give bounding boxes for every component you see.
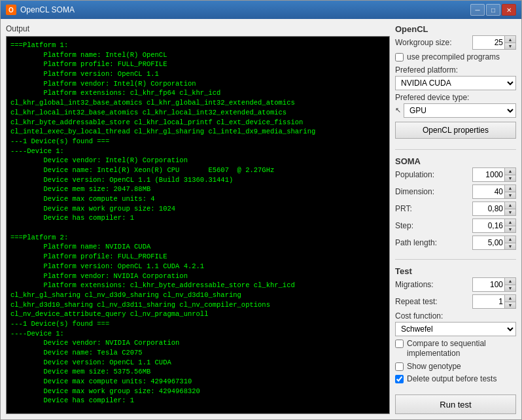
device-type-select[interactable]: GPU CPU ALL [404,103,516,118]
repeat-spinner-btns: ▲ ▼ [504,295,515,308]
dimension-up-btn[interactable]: ▲ [505,185,515,192]
population-spinner: ▲ ▼ [472,167,516,182]
cost-function-label: Cost function: [395,311,516,321]
title-bar-left: O OpenCL SOMA [6,5,75,15]
delete-output-label[interactable]: Delete output before tests [407,374,496,385]
left-panel: Output ===Platform 1: Platform name: Int… [6,24,390,414]
cost-function-select[interactable]: Schwefel Sphere Rosenbrock Rastrigin [395,322,516,336]
genotype-checkbox[interactable] [395,362,404,371]
migrations-up-btn[interactable]: ▲ [505,278,515,285]
migrations-spinner-btns: ▲ ▼ [504,278,515,291]
genotype-label[interactable]: Show genotype [407,362,461,372]
workgroup-spinner: ▲ ▼ [472,35,516,50]
population-input[interactable] [473,168,504,181]
step-input[interactable] [473,219,504,232]
population-down-btn[interactable]: ▼ [505,175,515,181]
output-area[interactable]: ===Platform 1: Platform name: Intel(R) O… [6,36,390,414]
migrations-down-btn[interactable]: ▼ [505,285,515,291]
dimension-input[interactable] [473,185,504,198]
prt-spinner: ▲ ▼ [472,201,516,216]
genotype-row: Show genotype [395,362,516,372]
path-length-label: Path length: [395,238,437,247]
population-spinner-btns: ▲ ▼ [504,168,515,181]
precompiled-checkbox[interactable] [395,53,404,61]
prt-input[interactable] [473,202,504,215]
prt-down-btn[interactable]: ▼ [505,209,515,215]
prt-spinner-btns: ▲ ▼ [504,202,515,215]
path-length-input[interactable] [473,236,504,249]
soma-title: SOMA [395,156,516,166]
precompiled-label[interactable]: use precompiled programs [407,52,500,63]
run-test-button[interactable]: Run test [395,394,516,414]
path-length-up-btn[interactable]: ▲ [505,236,515,243]
close-button[interactable]: ✕ [502,4,516,16]
opencl-title: OpenCL [395,24,516,34]
main-content: Output ===Platform 1: Platform name: Int… [1,19,521,419]
path-length-row: Path length: ▲ ▼ [395,236,516,250]
step-label: Step: [395,221,413,230]
minimize-button[interactable]: ─ [470,4,485,16]
population-label: Population: [395,170,434,179]
workgroup-input[interactable] [473,36,504,49]
dimension-row: Dimension: ▲ ▼ [395,184,516,199]
app-icon: O [6,5,16,15]
test-title: Test [395,266,516,276]
prt-up-btn[interactable]: ▲ [505,202,515,209]
path-length-down-btn[interactable]: ▼ [505,243,515,249]
dimension-spinner-btns: ▲ ▼ [504,185,515,198]
migrations-row: Migrations: ▲ ▼ [395,277,516,292]
workgroup-row: Workgroup size: ▲ ▼ [395,35,516,50]
workgroup-down-btn[interactable]: ▼ [505,43,515,49]
prt-label: PRT: [395,204,412,213]
step-down-btn[interactable]: ▼ [505,226,515,232]
compare-checkbox[interactable] [395,340,404,348]
compare-row: Compare to sequential implementation [395,339,516,359]
cost-function-row: Cost function: Schwefel Sphere Rosenbroc… [395,311,516,336]
opencl-properties-button[interactable]: OpenCL properties [395,122,516,139]
output-label: Output [6,24,390,33]
repeat-spinner: ▲ ▼ [472,294,516,309]
title-bar: O OpenCL SOMA ─ □ ✕ [1,1,521,19]
path-length-spinner-btns: ▲ ▼ [504,236,515,249]
prt-row: PRT: ▲ ▼ [395,201,516,216]
dimension-down-btn[interactable]: ▼ [505,192,515,198]
section-divider-2 [395,259,516,260]
soma-section: SOMA Population: ▲ ▼ Dimension: [395,156,516,253]
step-row: Step: ▲ ▼ [395,219,516,233]
workgroup-label: Workgroup size: [395,38,451,47]
platform-label: Prefered platform: [395,65,516,75]
delete-output-checkbox[interactable] [395,375,404,383]
step-spinner: ▲ ▼ [472,219,516,233]
device-type-label: Prefered device type: [395,93,516,102]
opencl-section: OpenCL Workgroup size: ▲ ▼ use pr [395,24,516,143]
compare-label[interactable]: Compare to sequential implementation [407,339,516,359]
migrations-input[interactable] [473,278,504,291]
repeat-label: Repeat test: [395,297,438,306]
maximize-button[interactable]: □ [486,4,500,16]
main-window: O OpenCL SOMA ─ □ ✕ Output ===Platform 1… [0,0,522,420]
step-spinner-btns: ▲ ▼ [504,219,515,232]
repeat-input[interactable] [473,295,504,308]
dimension-spinner: ▲ ▼ [472,184,516,199]
delete-output-row: Delete output before tests [395,374,516,385]
repeat-row: Repeat test: ▲ ▼ [395,294,516,309]
population-row: Population: ▲ ▼ [395,167,516,182]
population-up-btn[interactable]: ▲ [505,168,515,175]
workgroup-spinner-btns: ▲ ▼ [504,36,515,49]
workgroup-up-btn[interactable]: ▲ [505,36,515,43]
migrations-spinner: ▲ ▼ [472,277,516,292]
dimension-label: Dimension: [395,187,434,196]
migrations-label: Migrations: [395,280,434,289]
window-title: OpenCL SOMA [20,5,75,14]
path-length-spinner: ▲ ▼ [472,236,516,250]
repeat-down-btn[interactable]: ▼ [505,302,515,308]
platform-row: Prefered platform: NVIDIA CUDA Intel(R) … [395,65,516,90]
device-type-row: Prefered device type: ↖ GPU CPU ALL [395,93,516,118]
platform-select[interactable]: NVIDIA CUDA Intel(R) OpenCL [395,76,516,90]
test-section: Test Migrations: ▲ ▼ Repeat test: [395,266,516,387]
step-up-btn[interactable]: ▲ [505,219,515,226]
window-controls: ─ □ ✕ [470,4,516,16]
section-divider-1 [395,149,516,150]
precompiled-row: use precompiled programs [395,52,516,63]
repeat-up-btn[interactable]: ▲ [505,295,515,302]
